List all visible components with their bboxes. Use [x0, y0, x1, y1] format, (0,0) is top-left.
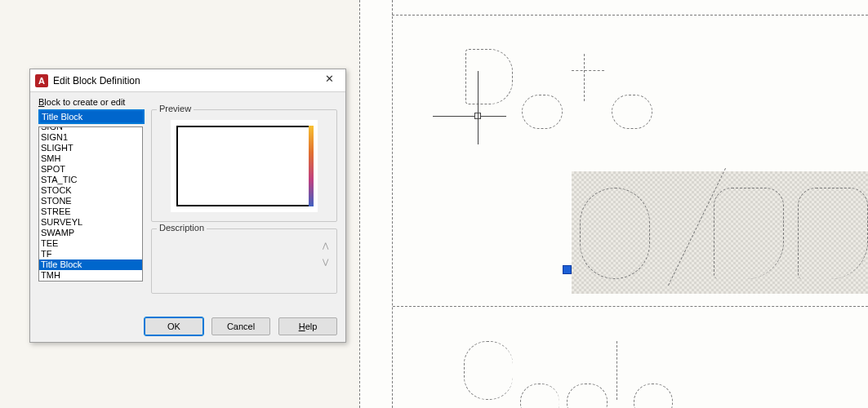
block-list-item[interactable]: SIGN: [39, 126, 142, 132]
block-list-item[interactable]: STREE: [39, 206, 142, 217]
block-list-item[interactable]: SLIGHT: [39, 143, 142, 153]
block-list-item[interactable]: SIGN1: [39, 132, 142, 143]
block-name-input[interactable]: Title Block: [39, 110, 144, 123]
spin-up-icon[interactable]: ⋀: [323, 242, 328, 250]
block-list-item[interactable]: STONE: [39, 196, 142, 206]
titleblock-label-scale: [464, 341, 673, 403]
selection-grip[interactable]: [563, 265, 572, 274]
close-icon: ✕: [325, 73, 334, 85]
cad-drawing-canvas[interactable]: [359, 0, 868, 408]
help-button[interactable]: Help: [278, 317, 337, 335]
app-icon: A: [35, 74, 48, 87]
titleblock-label-date: [465, 49, 652, 108]
block-list-item[interactable]: SWAMP: [39, 228, 142, 238]
dialog-title: Edit Block Definition: [53, 75, 318, 86]
block-list-item[interactable]: Title Block: [39, 259, 142, 270]
preview-pane: [171, 120, 318, 212]
preview-label: Preview: [157, 104, 194, 113]
titleblock-row-divider-2: [393, 306, 868, 307]
description-label: Description: [157, 223, 207, 233]
spin-down-icon[interactable]: ⋁: [323, 258, 328, 266]
cancel-button[interactable]: Cancel: [211, 317, 270, 335]
cad-cursor-pickbox: [474, 113, 481, 119]
titleblock-row-divider-1: [392, 15, 868, 16]
titleblock-value-date: [580, 173, 868, 282]
ok-button[interactable]: OK: [145, 317, 203, 335]
block-list-item[interactable]: SPOT: [39, 164, 142, 175]
block-list-item[interactable]: SURVEYL: [39, 217, 142, 228]
block-list-item[interactable]: SMH: [39, 153, 142, 164]
block-list-item[interactable]: TMH: [39, 270, 142, 281]
edit-block-definition-dialog: A Edit Block Definition ✕ Block to creat…: [29, 69, 346, 343]
block-list[interactable]: SIGNSIGN1SLIGHTSMHSPOTSTA_TICSTOCKSTONES…: [38, 126, 143, 282]
description-pane[interactable]: ⋀ ⋁: [157, 234, 332, 283]
close-button[interactable]: ✕: [318, 73, 341, 89]
titleblock-border-inner: [392, 0, 393, 408]
block-list-item[interactable]: TEE: [39, 238, 142, 249]
titleblock-border-left: [359, 0, 360, 408]
block-list-item[interactable]: STOCK: [39, 185, 142, 196]
block-list-item[interactable]: TF: [39, 249, 142, 259]
dialog-titlebar[interactable]: A Edit Block Definition ✕: [30, 69, 345, 92]
block-list-item[interactable]: STA_TIC: [39, 175, 142, 185]
